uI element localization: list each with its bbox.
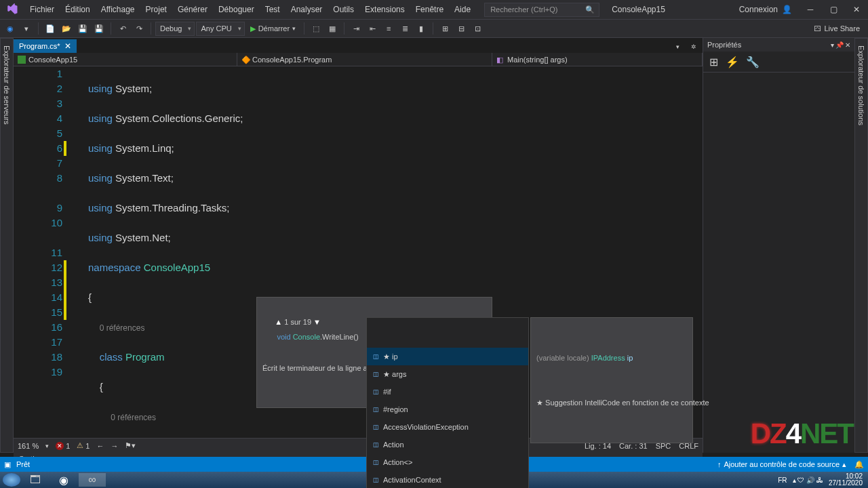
start-button[interactable]: ▶ Démarrer ▾ bbox=[246, 21, 300, 36]
tab-settings-button[interactable]: ✲ bbox=[686, 41, 701, 53]
back-button[interactable]: ◉ bbox=[3, 21, 18, 36]
method-icon: ◧ bbox=[496, 56, 505, 64]
nav-project[interactable]: ConsoleApp15 bbox=[14, 53, 237, 66]
intellisense-item[interactable]: ◫Action<> bbox=[367, 453, 528, 471]
menu-aide[interactable]: Aide bbox=[449, 0, 476, 19]
app-title: ConsoleApp15 bbox=[612, 5, 665, 14]
zoom-level[interactable]: 161 % bbox=[18, 442, 39, 450]
taskbar-vs[interactable]: ∞ bbox=[79, 473, 106, 487]
tool-icon[interactable]: ▦ bbox=[325, 21, 340, 36]
tool-icon[interactable]: ⇤ bbox=[365, 21, 380, 36]
vs-logo-icon bbox=[4, 1, 20, 18]
dropdown-icon[interactable]: ▾ bbox=[831, 41, 834, 49]
liveshare-button[interactable]: ⮹ Live Share bbox=[808, 24, 865, 33]
error-count[interactable]: ✕1 bbox=[56, 442, 70, 450]
status-icon: ▣ bbox=[4, 460, 11, 469]
main-toolbar: ◉ ▾ 📄 📂 💾 💾 ↶ ↷ Debug Any CPU ▶ Démarrer… bbox=[0, 19, 868, 38]
search-input[interactable]: Rechercher (Ctrl+Q) 🔍 bbox=[484, 3, 599, 17]
left-rail: Explorateur de serveursBoîte à outils bbox=[0, 38, 14, 453]
tool-icon[interactable]: ≣ bbox=[397, 21, 412, 36]
pin-icon[interactable]: 📌 bbox=[835, 41, 844, 49]
right-rail: Explorateur de solutionsTeam ExplorerNot… bbox=[854, 38, 868, 453]
watermark-logo: DZ4NET bbox=[751, 418, 853, 450]
rail-tab[interactable]: Boîte à outils bbox=[0, 43, 2, 445]
intellisense-info: (variable locale) IPAddress ip ★ Suggest… bbox=[530, 317, 693, 443]
menu-déboguer[interactable]: Déboguer bbox=[213, 0, 260, 19]
forward-button[interactable]: ▾ bbox=[19, 21, 34, 36]
tool-icon[interactable]: ≡ bbox=[381, 21, 396, 36]
menu-test[interactable]: Test bbox=[260, 0, 285, 19]
intellisense-item[interactable]: ◫ActivationContext bbox=[367, 471, 528, 488]
tab-program-cs[interactable]: Program.cs* ✕ bbox=[14, 39, 77, 53]
intellisense-popup[interactable]: ◫★ ip◫★ args◫#if◫#region◫AccessViolation… bbox=[366, 317, 529, 488]
lang-indicator[interactable]: FR bbox=[778, 476, 787, 484]
undo-button[interactable]: ↶ bbox=[115, 21, 130, 36]
menu-générer[interactable]: Générer bbox=[172, 0, 213, 19]
menu-analyser[interactable]: Analyser bbox=[285, 0, 328, 19]
tool-icon[interactable]: ⊡ bbox=[470, 21, 485, 36]
warning-count[interactable]: ⚠1 bbox=[77, 441, 90, 450]
tool-icon[interactable]: ⊟ bbox=[454, 21, 469, 36]
platform-dropdown[interactable]: Any CPU bbox=[196, 22, 244, 36]
menu-fenêtre[interactable]: Fenêtre bbox=[410, 0, 449, 19]
menu-projet[interactable]: Projet bbox=[140, 0, 172, 19]
intellisense-item[interactable]: ◫#if bbox=[367, 383, 528, 401]
signin-button[interactable]: Connexion 👤 bbox=[732, 5, 799, 14]
search-icon: 🔍 bbox=[585, 5, 595, 14]
minimize-button[interactable]: ─ bbox=[799, 1, 822, 18]
props-az-button[interactable]: ⚡ bbox=[724, 54, 741, 69]
clock[interactable]: 10:02 27/11/2020 bbox=[829, 473, 863, 487]
redo-button[interactable]: ↷ bbox=[132, 21, 146, 36]
props-cat-button[interactable]: ⊞ bbox=[706, 54, 721, 69]
menu-outils[interactable]: Outils bbox=[328, 0, 359, 19]
tool-icon[interactable]: ▮ bbox=[414, 21, 429, 36]
tool-icon[interactable]: ⬚ bbox=[309, 21, 323, 36]
menu-édition[interactable]: Édition bbox=[60, 0, 96, 19]
taskbar-chrome[interactable]: ◉ bbox=[50, 473, 77, 487]
play-icon: ▶ bbox=[250, 24, 256, 33]
source-control-button[interactable]: ↑ Ajouter au contrôle de code source ▴ bbox=[713, 460, 850, 469]
open-button[interactable]: 📂 bbox=[59, 21, 74, 36]
new-button[interactable]: 📄 bbox=[43, 21, 58, 36]
props-tool-button[interactable]: 🔧 bbox=[744, 54, 762, 69]
intellisense-item[interactable]: ◫★ ip bbox=[367, 348, 528, 365]
rail-tab[interactable]: Explorateur de solutions bbox=[856, 43, 866, 445]
code-area[interactable]: using System; using System.Collections.G… bbox=[81, 66, 703, 438]
intellisense-item[interactable]: ◫★ args bbox=[367, 365, 528, 383]
notifications-icon[interactable]: 🔔 bbox=[854, 460, 864, 469]
close-icon[interactable]: ✕ bbox=[64, 41, 71, 51]
tray-icons[interactable]: ▴ 🛡 🔊 🖧 bbox=[793, 476, 823, 484]
nav-back[interactable]: ← bbox=[96, 442, 104, 450]
taskbar-explorer[interactable]: 🗔 bbox=[22, 473, 49, 487]
csharp-icon bbox=[18, 56, 26, 64]
menu-affichage[interactable]: Affichage bbox=[96, 0, 140, 19]
properties-title: Propriétés bbox=[707, 41, 741, 49]
tab-menu-button[interactable]: ▾ bbox=[670, 41, 685, 53]
saveall-button[interactable]: 💾 bbox=[92, 21, 106, 36]
close-icon[interactable]: ✕ bbox=[845, 41, 850, 49]
line-gutter: 12345678 910 111213141516171819 bbox=[14, 66, 81, 438]
person-icon: 👤 bbox=[782, 5, 792, 14]
code-editor[interactable]: 12345678 910 111213141516171819 using Sy… bbox=[14, 66, 703, 438]
intellisense-item[interactable]: ◫AccessViolationException bbox=[367, 418, 528, 436]
menu-extensions[interactable]: Extensions bbox=[359, 0, 410, 19]
restore-button[interactable]: ▢ bbox=[822, 1, 845, 18]
nav-tool[interactable]: ⚑▾ bbox=[125, 441, 136, 450]
title-bar: FichierÉditionAffichageProjetGénérerDébo… bbox=[0, 0, 868, 19]
tool-icon[interactable]: ⊞ bbox=[437, 21, 452, 36]
tool-icon[interactable]: ⇥ bbox=[349, 21, 363, 36]
intellisense-item[interactable]: ◫#region bbox=[367, 401, 528, 418]
plus-icon: ↑ bbox=[717, 460, 722, 468]
nav-fwd[interactable]: → bbox=[111, 442, 118, 450]
rail-tab[interactable]: Explorateur de serveurs bbox=[2, 43, 12, 445]
save-button[interactable]: 💾 bbox=[75, 21, 90, 36]
nav-method[interactable]: ◧ Main(string[] args) bbox=[492, 53, 703, 66]
nav-class[interactable]: 🔶 ConsoleApp15.Program bbox=[237, 53, 492, 66]
liveshare-icon: ⮹ bbox=[814, 24, 821, 33]
config-dropdown[interactable]: Debug bbox=[155, 22, 195, 36]
menu-fichier[interactable]: Fichier bbox=[24, 0, 60, 19]
close-button[interactable]: ✕ bbox=[845, 1, 868, 18]
intellisense-item[interactable]: ◫Action bbox=[367, 436, 528, 453]
start-button[interactable] bbox=[3, 473, 20, 487]
class-icon: 🔶 bbox=[241, 56, 250, 64]
